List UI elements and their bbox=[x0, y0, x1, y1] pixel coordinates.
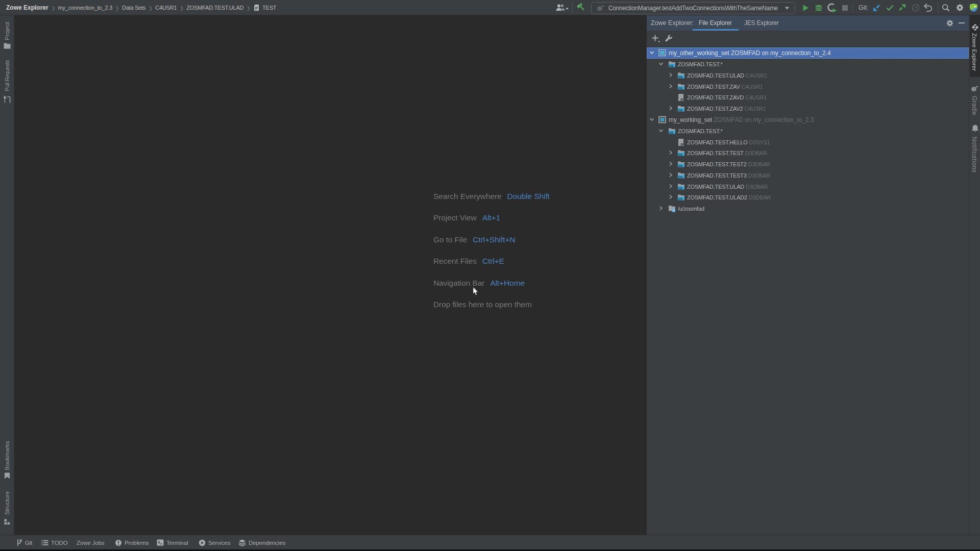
svg-text:DS: DS bbox=[669, 64, 673, 67]
svg-text:DS: DS bbox=[680, 98, 684, 101]
svg-text:DS: DS bbox=[680, 143, 684, 146]
svg-text:DS: DS bbox=[678, 197, 682, 201]
svg-text:DS: DS bbox=[678, 153, 682, 156]
svg-text:DS: DS bbox=[678, 86, 682, 90]
svg-text:DS: DS bbox=[678, 186, 682, 190]
svg-text:DS: DS bbox=[678, 108, 682, 112]
svg-text:DS: DS bbox=[678, 75, 682, 79]
svg-text:DS: DS bbox=[669, 131, 673, 134]
svg-text:DS: DS bbox=[678, 175, 682, 179]
svg-text:DS: DS bbox=[678, 164, 682, 167]
